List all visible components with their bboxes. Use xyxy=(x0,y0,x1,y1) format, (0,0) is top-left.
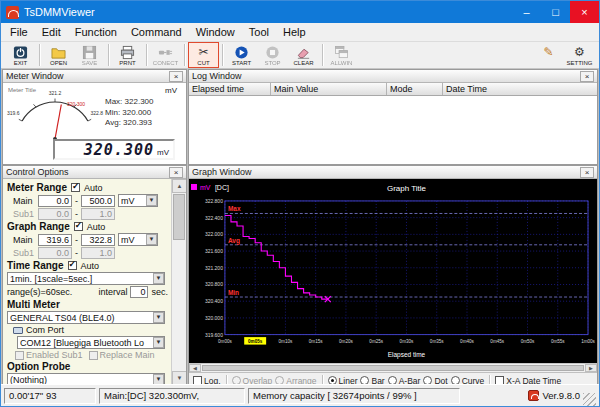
graph-title: Graph Title xyxy=(387,184,427,193)
menu-item-window[interactable]: Window xyxy=(189,24,242,40)
meter-stat-max: Max: 322.300 xyxy=(105,97,153,108)
status-main-value: Main:[DC] 320.300mV, xyxy=(99,388,245,404)
graph-range-label: Graph Range xyxy=(7,221,70,232)
graph-range-sub1-to-input[interactable]: 1.0 xyxy=(81,247,115,259)
svg-text:0m35s: 0m35s xyxy=(430,339,444,344)
hscrollbar-thumb[interactable] xyxy=(202,365,584,371)
time-range-auto-checkbox[interactable] xyxy=(68,261,77,270)
meter-range-main-from-input[interactable]: 0.0 xyxy=(38,195,72,207)
toolbar-separator xyxy=(222,44,223,66)
time-range-select[interactable]: 1min. [1scale=5sec.] ▼ xyxy=(7,272,165,285)
graph-window-titlebar[interactable]: Graph Window × xyxy=(189,166,597,179)
meter-range-sub1-to-input[interactable]: 1.0 xyxy=(81,208,115,220)
graph-range-main-to-input[interactable]: 322.8 xyxy=(81,234,115,246)
resize-grip[interactable] xyxy=(583,393,596,406)
replace-main-label: Replace Main xyxy=(100,350,155,360)
graph-canvas[interactable]: MaxAvgMin 0m00s0m05s0m10s0m15s0m20s0m25s… xyxy=(189,179,597,363)
meter-range-unit-select[interactable]: mV ▼ xyxy=(118,194,158,207)
control-options-scrollbar[interactable]: ▲ ▼ xyxy=(171,179,186,385)
time-range-note: range(s)=60sec. xyxy=(7,287,72,297)
svg-text:0m30s: 0m30s xyxy=(400,339,414,344)
toolbar-open-button[interactable]: OPEN xyxy=(43,42,74,68)
titlebar[interactable]: TsDMMViewer – □ × xyxy=(1,1,599,23)
multi-meter-label: Multi Meter xyxy=(7,299,60,310)
multi-meter-select[interactable]: GENERAL TS04 (BLE4.0) ▼ xyxy=(7,311,165,324)
control-options-close-button[interactable]: × xyxy=(169,167,183,178)
scrollbar-thumb[interactable] xyxy=(173,194,185,240)
toolbar-connect-button[interactable]: CONECT xyxy=(150,42,181,68)
toolbar-separator xyxy=(322,44,323,66)
control-options-title: Control Options xyxy=(6,167,69,177)
svg-text:320.400: 320.400 xyxy=(205,298,223,304)
close-button[interactable]: × xyxy=(570,1,599,23)
interval-input[interactable]: 0 xyxy=(130,286,148,298)
window-title: TsDMMViewer xyxy=(24,6,95,18)
chevron-down-icon: ▼ xyxy=(153,273,164,284)
graph-range-sub1-from-input[interactable]: 0.0 xyxy=(38,247,72,259)
toolbar-clear-button[interactable]: CLEAR xyxy=(288,42,319,68)
enabled-sub1-checkbox[interactable] xyxy=(15,351,24,360)
com-port-icon xyxy=(13,327,23,334)
replace-main-checkbox[interactable] xyxy=(89,351,98,360)
connector-plug-icon xyxy=(158,44,173,60)
control-options-body: Meter Range Auto Main 0.0 - 500.0 mV ▼ S… xyxy=(3,179,186,385)
toolbar-allwin-button[interactable]: ALLWIN xyxy=(326,42,357,68)
pen-icon: ✎ xyxy=(543,44,553,60)
menu-item-file[interactable]: File xyxy=(3,24,35,40)
toolbar-print-button[interactable]: PRNT xyxy=(112,42,143,68)
scroll-up-arrow-icon[interactable]: ▲ xyxy=(172,179,186,193)
meter-window-titlebar[interactable]: Meter Window × xyxy=(3,70,186,83)
menu-item-command[interactable]: Command xyxy=(124,24,189,40)
graph-window-close-button[interactable]: × xyxy=(580,167,594,178)
toolbar-start-button[interactable]: START xyxy=(226,42,257,68)
menu-item-function[interactable]: Function xyxy=(68,24,124,40)
toolbar-cut-button[interactable]: ✂ CUT xyxy=(188,42,219,68)
svg-text:319.600: 319.600 xyxy=(205,332,223,338)
eraser-icon xyxy=(296,44,311,60)
toolbar: EXIT OPEN SAVE PRNT CONECT xyxy=(1,42,599,69)
log-window-close-button[interactable]: × xyxy=(580,71,594,82)
menu-item-edit[interactable]: Edit xyxy=(35,24,68,40)
digital-unit: mV xyxy=(157,148,169,157)
graph-range-main-from-input[interactable]: 319.6 xyxy=(38,234,72,246)
chevron-down-icon: ▼ xyxy=(146,234,157,245)
meter-title-label: Meter Title xyxy=(8,87,37,93)
digital-value: 320.300 xyxy=(84,141,154,159)
menu-item-help[interactable]: Help xyxy=(276,24,313,40)
com-port-select[interactable]: COM12 [Bluegiga Bluetooth Lo ▼ xyxy=(17,336,165,349)
window-buttons: – □ × xyxy=(512,1,599,23)
svg-text:0m00s: 0m00s xyxy=(218,339,232,344)
graph-hscrollbar[interactable]: ◀ ▶ xyxy=(189,363,597,372)
toolbar-button-label: PRNT xyxy=(119,60,135,67)
meter-range-main-to-input[interactable]: 500.0 xyxy=(81,195,115,207)
menu-item-tool[interactable]: Tool xyxy=(242,24,276,40)
toolbar-stop-button[interactable]: STOP xyxy=(257,42,288,68)
meter-range-sub1-label: Sub1 xyxy=(13,209,35,219)
scroll-down-arrow-icon[interactable]: ▼ xyxy=(172,371,186,385)
meter-range-auto-checkbox[interactable] xyxy=(71,183,80,192)
graph-window: Graph Window × MaxAvgMin 0m00s0m05s0m10s… xyxy=(188,165,598,386)
graph-range-sub1-label: Sub1 xyxy=(13,248,35,258)
log-table-header: Elapsed time Main Value Mode Date Time xyxy=(189,83,597,96)
gauge-scale-mid: 321.2 xyxy=(49,90,62,96)
chevron-down-icon: ▼ xyxy=(153,312,164,323)
toolbar-exit-button[interactable]: EXIT xyxy=(5,42,36,68)
toolbar-separator xyxy=(108,44,109,66)
control-options-titlebar[interactable]: Control Options × xyxy=(3,166,186,179)
meter-window-body: Meter Title 319.6 321.2 322.8 320.300 mV xyxy=(3,83,186,164)
meter-window: Meter Window × Meter Title 319.6 321.2 3… xyxy=(2,69,187,165)
log-table-body[interactable] xyxy=(189,96,597,164)
log-window-titlebar[interactable]: Log Window × xyxy=(189,70,597,83)
meter-window-close-button[interactable]: × xyxy=(169,71,183,82)
toolbar-pen-button[interactable]: ✎ xyxy=(533,42,564,68)
toolbar-setting-button[interactable]: ⚙ SETTING xyxy=(564,42,595,68)
scroll-right-arrow-icon[interactable]: ▶ xyxy=(585,364,597,372)
graph-range-unit-select[interactable]: mV ▼ xyxy=(118,233,158,246)
scroll-left-arrow-icon[interactable]: ◀ xyxy=(189,364,201,372)
maximize-button[interactable]: □ xyxy=(541,1,570,23)
toolbar-button-label: SETTING xyxy=(566,60,592,67)
graph-range-auto-checkbox[interactable] xyxy=(74,222,83,231)
minimize-button[interactable]: – xyxy=(512,1,541,23)
toolbar-save-button[interactable]: SAVE xyxy=(74,42,105,68)
meter-range-sub1-from-input[interactable]: 0.0 xyxy=(38,208,72,220)
